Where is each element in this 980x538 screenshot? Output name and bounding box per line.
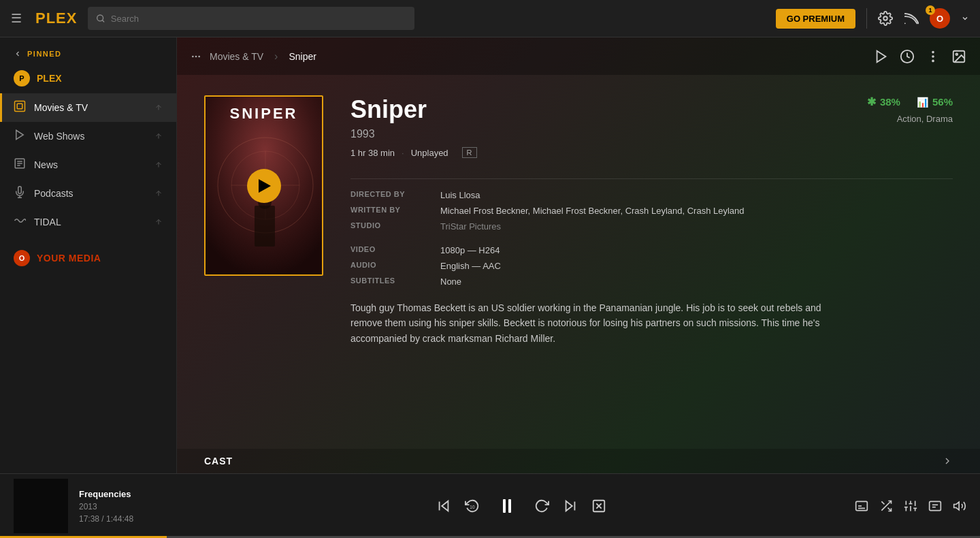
movie-play-status: Unplayed <box>411 148 448 158</box>
poster-play-button[interactable] <box>247 169 281 203</box>
breadcrumb-section[interactable]: Movies & TV <box>210 51 263 62</box>
sidebar-item-podcasts-label: Podcasts <box>34 188 146 199</box>
avatar-badge: 1 <box>926 5 935 15</box>
content-menu-icon[interactable] <box>191 51 201 62</box>
audience-rating: 📊 56% <box>917 95 953 108</box>
rewind-icon[interactable]: 10 <box>465 499 480 513</box>
sidebar-item-tidal[interactable]: TIDAL <box>0 208 176 236</box>
pin-icon <box>154 218 163 226</box>
meta-sep-1: · <box>402 148 404 158</box>
sidebar-item-news[interactable]: News <box>0 151 176 179</box>
play-triangle-icon <box>259 179 271 193</box>
sidebar-item-podcasts[interactable]: Podcasts <box>0 179 176 208</box>
subtitles-icon[interactable] <box>855 499 868 513</box>
svg-point-26 <box>932 60 934 61</box>
cast-icon[interactable] <box>904 11 919 26</box>
go-premium-button[interactable]: GO PREMIUM <box>776 9 855 29</box>
avatar-letter: O <box>936 14 943 24</box>
svg-marker-62 <box>954 502 960 510</box>
plex-circle: P <box>14 70 30 86</box>
rt-icon: ✱ <box>867 95 876 108</box>
stop-icon[interactable] <box>591 499 606 513</box>
cast-section[interactable]: CAST <box>177 449 980 473</box>
svg-point-28 <box>956 53 958 55</box>
player-bar: Frequencies 2013 17:38 / 1:44:48 10 <box>0 473 980 538</box>
movie-detail: SNiPER Sniper 1993 1 hr 38 min · Unplaye… <box>177 75 980 449</box>
search-input[interactable] <box>111 14 407 24</box>
cast-arrow-icon <box>942 456 953 466</box>
fastforward-icon[interactable] <box>534 499 549 513</box>
header-play-icon[interactable] <box>874 49 889 64</box>
sidebar-item-web-shows-label: Web Shows <box>34 131 146 142</box>
your-media-section[interactable]: O YOUR MEDIA <box>0 243 176 273</box>
player-track-info: Frequencies 2013 17:38 / 1:44:48 <box>79 489 188 524</box>
web-shows-icon <box>14 129 26 144</box>
svg-point-19 <box>195 56 196 57</box>
your-media-circle: O <box>14 250 30 266</box>
header-photo-icon[interactable] <box>951 49 966 64</box>
svg-marker-36 <box>442 501 448 511</box>
logo-area: ☰ PLEX <box>11 10 77 27</box>
svg-rect-34 <box>255 206 275 247</box>
sidebar-item-web-shows[interactable]: Web Shows <box>0 122 176 151</box>
skip-forward-icon[interactable] <box>563 499 578 513</box>
movie-genres: Action, Drama <box>867 114 953 124</box>
svg-marker-8 <box>16 130 24 140</box>
sidebar-item-news-label: News <box>34 159 146 170</box>
movie-duration: 1 hr 38 min <box>350 148 395 158</box>
movie-description: Tough guy Thomas Beckett is an US soldie… <box>350 300 840 346</box>
main-layout: PINNED P PLEX Movies & TV Web Shows <box>0 37 980 473</box>
header-more-icon[interactable] <box>926 49 941 64</box>
svg-point-25 <box>932 56 934 57</box>
pin-icon <box>154 189 163 197</box>
svg-rect-6 <box>17 104 22 109</box>
svg-line-49 <box>881 501 884 504</box>
sidebar-item-movies-tv[interactable]: Movies & TV <box>0 93 176 122</box>
studio-value: TriStar Pictures <box>440 221 953 232</box>
chevron-left-icon <box>14 50 22 58</box>
equalizer-icon[interactable] <box>904 499 917 513</box>
news-icon <box>14 157 26 172</box>
svg-marker-22 <box>877 50 886 62</box>
player-thumbnail <box>14 479 68 533</box>
subtitles-label: SUBTITLES <box>350 276 432 287</box>
pin-icon <box>154 161 163 169</box>
studio-label: STUDIO <box>350 221 432 232</box>
player-track-year: 2013 <box>79 502 188 511</box>
search-bar[interactable] <box>88 7 414 30</box>
tidal-icon <box>14 215 26 230</box>
hamburger-icon[interactable]: ☰ <box>11 11 22 26</box>
movie-rating: R <box>462 147 477 158</box>
movie-info: Sniper 1993 1 hr 38 min · Unplayed R <box>350 95 953 428</box>
breadcrumb-current: Sniper <box>289 51 316 62</box>
pause-bar-left <box>503 499 506 513</box>
captions-icon[interactable] <box>928 499 942 513</box>
sidebar-item-tidal-label: TIDAL <box>34 217 146 227</box>
directed-by-label: DIRECTED BY <box>350 190 432 200</box>
movie-title: Sniper <box>350 95 477 124</box>
volume-icon[interactable] <box>953 499 966 513</box>
svg-text:10: 10 <box>470 505 475 509</box>
subtitles-value: None <box>440 276 953 287</box>
pause-button[interactable] <box>493 492 521 520</box>
plex-section: P PLEX <box>0 63 176 93</box>
header-watched-icon[interactable] <box>900 49 915 64</box>
movie-year: 1993 <box>350 128 477 140</box>
breadcrumb-separator: › <box>274 50 278 63</box>
avatar-chevron-icon[interactable] <box>961 14 969 22</box>
plex-logo: PLEX <box>35 10 77 27</box>
video-label: VIDEO <box>350 245 432 255</box>
settings-icon[interactable] <box>878 11 893 26</box>
written-by-value: Michael Frost Beckner, Michael Frost Bec… <box>440 206 953 216</box>
shuffle-icon[interactable] <box>879 499 893 513</box>
skip-back-icon[interactable] <box>436 499 451 513</box>
movie-poster[interactable]: SNiPER <box>204 95 323 276</box>
avatar-button[interactable]: 1 O <box>930 8 950 29</box>
cast-label: CAST <box>204 456 233 466</box>
svg-rect-5 <box>15 101 25 112</box>
ratings-column: ✱ 38% 📊 56% Action, Drama <box>867 95 953 124</box>
pause-bar-right <box>508 499 511 513</box>
directed-by-value: Luis Llosa <box>440 190 953 200</box>
player-track-time: 17:38 / 1:44:48 <box>79 514 188 524</box>
svg-line-1 <box>103 20 104 22</box>
